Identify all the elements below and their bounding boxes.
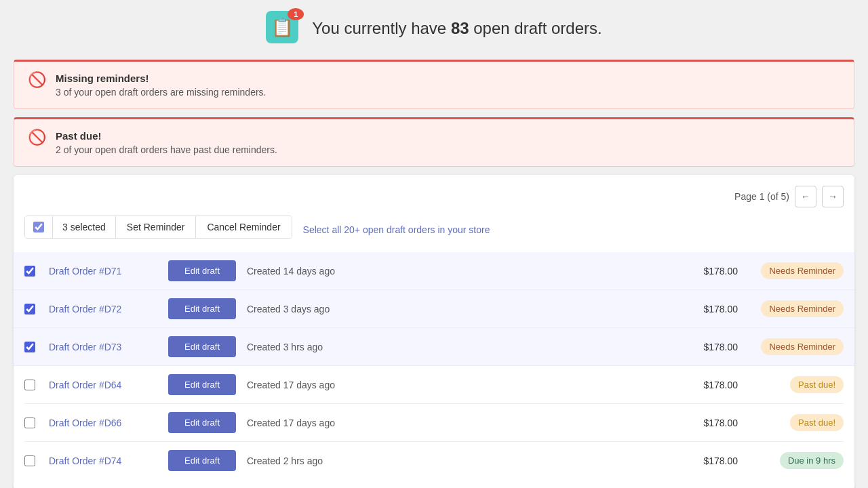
row-select-checkbox[interactable] xyxy=(24,342,35,352)
alert-past-due: 🚫 Past due! 2 of your open draft orders … xyxy=(14,117,854,167)
status-badge-label: Due in 9 hrs xyxy=(780,452,844,469)
created-text: Created 2 hrs ago xyxy=(247,455,659,466)
row-select-checkbox[interactable] xyxy=(24,380,35,390)
orders-list: Draft Order #D71 Edit draft Created 14 d… xyxy=(24,252,844,479)
status-badge-label: Needs Reminder xyxy=(761,262,844,279)
table-row: Draft Order #D66 Edit draft Created 17 d… xyxy=(24,404,844,442)
status-badge-label: Past due! xyxy=(790,414,844,431)
alert-pastdue-desc: 2 of your open draft orders have past du… xyxy=(56,144,277,155)
pagination: Page 1 (of 5) ← → xyxy=(734,186,844,207)
table-pagination-header: Page 1 (of 5) ← → xyxy=(24,186,844,207)
created-text: Created 3 hrs ago xyxy=(247,342,659,352)
created-text: Created 3 days ago xyxy=(247,304,659,314)
order-name-link[interactable]: Draft Order #D71 xyxy=(49,266,157,277)
order-price: $178.00 xyxy=(670,455,738,466)
title-prefix: You currently have xyxy=(312,19,451,37)
status-badge: Needs Reminder xyxy=(749,300,844,317)
status-badge-label: Past due! xyxy=(790,376,844,393)
order-name-link[interactable]: Draft Order #D64 xyxy=(49,380,157,390)
alert-missing-desc: 3 of your open draft orders are missing … xyxy=(56,87,266,98)
alert-missing-reminders: 🚫 Missing reminders! 3 of your open draf… xyxy=(14,60,854,109)
table-row: Draft Order #D73 Edit draft Created 3 hr… xyxy=(14,328,854,366)
order-price: $178.00 xyxy=(670,266,738,277)
pagination-next-button[interactable]: → xyxy=(822,186,844,207)
table-row: Draft Order #D71 Edit draft Created 14 d… xyxy=(14,252,854,290)
edit-draft-button[interactable]: Edit draft xyxy=(168,260,236,281)
order-price: $178.00 xyxy=(670,304,738,314)
order-name-link[interactable]: Draft Order #D66 xyxy=(49,418,157,428)
bulk-checkbox-area[interactable] xyxy=(25,216,53,238)
alert-pastdue-title: Past due! xyxy=(56,130,277,142)
created-text: Created 17 days ago xyxy=(247,418,659,428)
table-row: Draft Order #D64 Edit draft Created 17 d… xyxy=(24,366,844,404)
edit-draft-button[interactable]: Edit draft xyxy=(168,336,236,357)
page-header: 📋 1 You currently have 83 open draft ord… xyxy=(14,11,854,46)
orders-table-section: Page 1 (of 5) ← → 3 selected Set Reminde… xyxy=(14,175,854,488)
row-select-checkbox[interactable] xyxy=(24,418,35,428)
alert-pastdue-icon: 🚫 xyxy=(28,130,46,145)
page-title: You currently have 83 open draft orders. xyxy=(312,19,601,38)
order-name-link[interactable]: Draft Order #D74 xyxy=(49,455,157,466)
row-select-checkbox[interactable] xyxy=(24,304,35,314)
bulk-actions-bar: 3 selected Set Reminder Cancel Reminder xyxy=(24,216,292,239)
row-checkbox[interactable] xyxy=(24,418,38,428)
row-checkbox[interactable] xyxy=(24,380,38,390)
alert-pastdue-content: Past due! 2 of your open draft orders ha… xyxy=(56,130,277,155)
status-badge: Due in 9 hrs xyxy=(749,452,844,469)
table-row: Draft Order #D74 Edit draft Created 2 hr… xyxy=(24,442,844,479)
row-checkbox[interactable] xyxy=(24,304,38,314)
cancel-reminder-button[interactable]: Cancel Reminder xyxy=(196,216,291,238)
status-badge: Needs Reminder xyxy=(749,338,844,355)
row-checkbox[interactable] xyxy=(24,455,38,466)
edit-draft-button[interactable]: Edit draft xyxy=(168,450,236,471)
icon-badge: 1 xyxy=(288,8,304,20)
status-badge: Needs Reminder xyxy=(749,262,844,279)
alert-missing-title: Missing reminders! xyxy=(56,73,266,84)
order-name-link[interactable]: Draft Order #D73 xyxy=(49,342,157,352)
pagination-text: Page 1 (of 5) xyxy=(734,191,789,202)
row-select-checkbox[interactable] xyxy=(24,455,35,466)
title-suffix: open draft orders. xyxy=(469,19,602,37)
bulk-selected-count: 3 selected xyxy=(53,216,116,238)
order-count: 83 xyxy=(451,19,469,37)
status-badge-label: Needs Reminder xyxy=(761,338,844,355)
order-price: $178.00 xyxy=(670,342,738,352)
alert-missing-content: Missing reminders! 3 of your open draft … xyxy=(56,73,266,98)
status-badge-label: Needs Reminder xyxy=(761,300,844,317)
edit-draft-button[interactable]: Edit draft xyxy=(168,298,236,319)
created-text: Created 14 days ago xyxy=(247,266,659,277)
bulk-select-checkbox[interactable] xyxy=(33,222,44,232)
row-select-checkbox[interactable] xyxy=(24,266,35,277)
pagination-prev-button[interactable]: ← xyxy=(795,186,816,207)
edit-draft-button[interactable]: Edit draft xyxy=(168,412,236,433)
select-all-link[interactable]: Select all 20+ open draft orders in your… xyxy=(303,224,490,235)
created-text: Created 17 days ago xyxy=(247,380,659,390)
order-name-link[interactable]: Draft Order #D72 xyxy=(49,304,157,314)
row-checkbox[interactable] xyxy=(24,266,38,277)
status-badge: Past due! xyxy=(749,414,844,431)
order-price: $178.00 xyxy=(670,418,738,428)
bulk-actions-row: 3 selected Set Reminder Cancel Reminder … xyxy=(24,216,844,244)
status-badge: Past due! xyxy=(749,376,844,393)
order-price: $178.00 xyxy=(670,380,738,390)
alert-missing-icon: 🚫 xyxy=(28,73,46,87)
app-icon: 📋 1 xyxy=(266,11,301,46)
table-row: Draft Order #D72 Edit draft Created 3 da… xyxy=(14,290,854,328)
set-reminder-button[interactable]: Set Reminder xyxy=(116,216,197,238)
edit-draft-button[interactable]: Edit draft xyxy=(168,374,236,395)
row-checkbox[interactable] xyxy=(24,342,38,352)
